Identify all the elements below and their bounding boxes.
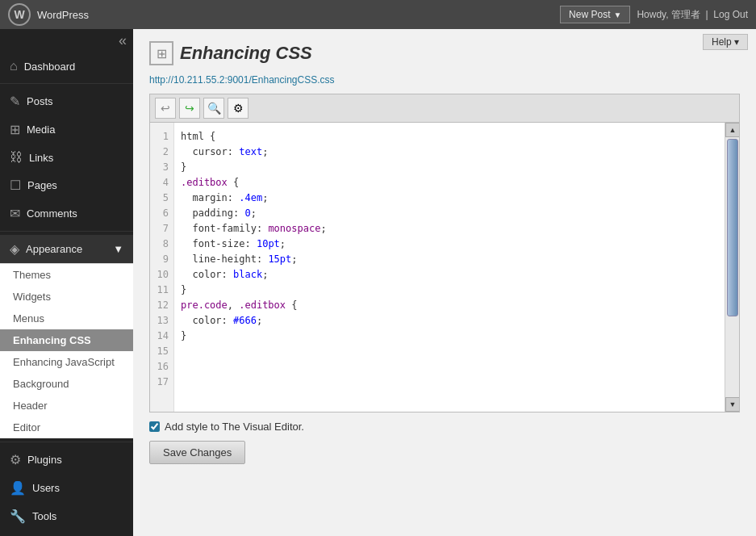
pages-icon: ☐ <box>10 178 21 193</box>
code-line: } <box>181 283 718 298</box>
sidebar-item-settings[interactable]: ⚙ Settings <box>0 530 133 536</box>
sidebar-item-label: Comments <box>27 207 77 220</box>
page-body: ⊞ Enhancing CSS http://10.211.55.2:9001/… <box>133 29 756 472</box>
code-line: } <box>181 329 718 344</box>
search-button[interactable]: 🔍 <box>203 98 224 119</box>
sidebar-item-label: Media <box>27 124 55 136</box>
page-icon: ⊞ <box>149 41 173 65</box>
code-editor[interactable]: 1234 5678 9101112 13141516 17 html { cur… <box>149 122 740 412</box>
sidebar-item-posts[interactable]: ✎ Posts <box>0 87 133 115</box>
code-line: line-height: 15pt; <box>181 252 718 267</box>
add-style-label[interactable]: Add style to The Visual Editor. <box>165 421 304 433</box>
editor-toolbar: ↩ ↪ 🔍 ⚙ <box>149 94 740 122</box>
sidebar-item-dashboard[interactable]: ⌂ Dashboard <box>0 52 133 80</box>
dashboard-icon: ⌂ <box>10 59 18 73</box>
appearance-dropdown-icon: ▼ <box>113 243 123 255</box>
new-post-label: New Post <box>569 9 610 20</box>
save-changes-button[interactable]: Save Changes <box>149 441 245 464</box>
logout-link[interactable]: Log Out <box>713 9 748 20</box>
comments-icon: ✉ <box>10 206 20 221</box>
links-icon: ⛓ <box>10 150 23 165</box>
help-button[interactable]: Help ▾ <box>703 34 748 50</box>
sidebar-item-tools[interactable]: 🔧 Tools <box>0 502 133 530</box>
code-line: cursor: text; <box>181 144 718 160</box>
main-wrap: « ⌂ Dashboard ✎ Posts ⊞ Media ⛓ Links ☐ … <box>0 29 756 536</box>
admin-bar: W WordPress New Post ▼ Howdy, 管理者 | Log … <box>0 0 756 29</box>
code-line: } <box>181 160 718 175</box>
code-line: html { <box>181 129 718 144</box>
plugins-icon: ⚙ <box>10 452 21 467</box>
menu-separator-2 <box>0 231 133 232</box>
sidebar-item-label: Dashboard <box>24 61 76 73</box>
scrollbar-up-button[interactable]: ▲ <box>725 123 739 137</box>
sidebar-item-themes[interactable]: Themes <box>0 264 133 286</box>
appearance-icon: ◈ <box>10 241 19 257</box>
appearance-label: Appearance <box>26 243 82 255</box>
undo-icon: ↩ <box>161 102 170 115</box>
sidebar-item-widgets[interactable]: Widgets <box>0 286 133 308</box>
users-icon: 👤 <box>10 480 26 496</box>
new-post-button[interactable]: New Post ▼ <box>560 6 630 23</box>
code-editor-inner: 1234 5678 9101112 13141516 17 html { cur… <box>150 123 739 412</box>
sidebar-item-label: Plugins <box>27 454 62 466</box>
wp-logo: W <box>8 3 31 26</box>
page-url[interactable]: http://10.211.55.2:9001/EnhancingCSS.css <box>149 74 740 86</box>
sidebar-item-media[interactable]: ⊞ Media <box>0 115 133 144</box>
sidebar-item-links[interactable]: ⛓ Links <box>0 144 133 171</box>
media-icon: ⊞ <box>10 122 20 137</box>
main-content: Help ▾ ⊞ Enhancing CSS http://10.211.55.… <box>133 29 756 536</box>
sidebar-item-plugins[interactable]: ⚙ Plugins <box>0 446 133 474</box>
code-line: .editbox { <box>181 175 718 191</box>
scrollbar-down-button[interactable]: ▼ <box>725 397 739 412</box>
posts-icon: ✎ <box>10 94 20 109</box>
page-header: ⊞ Enhancing CSS <box>149 37 740 69</box>
sidebar-item-header[interactable]: Header <box>0 395 133 417</box>
options-icon: ⚙ <box>233 102 244 115</box>
wp-logo-text: W <box>14 8 24 21</box>
appearance-submenu: Themes Widgets Menus Enhancing CSS Enhan… <box>0 263 133 438</box>
sidebar-item-users[interactable]: 👤 Users <box>0 474 133 502</box>
page-title: Enhancing CSS <box>180 43 312 64</box>
line-numbers: 1234 5678 9101112 13141516 17 <box>150 123 174 412</box>
scrollbar-thumb[interactable] <box>727 139 738 316</box>
checkbox-area: Add style to The Visual Editor. <box>149 421 740 433</box>
code-line: font-family: monospace; <box>181 221 718 237</box>
code-line: pre.code, .editbox { <box>181 298 718 313</box>
redo-button[interactable]: ↪ <box>179 98 200 119</box>
add-style-checkbox[interactable] <box>149 421 160 432</box>
sidebar-item-label: Tools <box>32 510 56 522</box>
sidebar-item-label: Links <box>29 152 53 164</box>
menu-separator-3 <box>0 442 133 442</box>
sidebar-item-editor[interactable]: Editor <box>0 417 133 438</box>
sidebar-item-background[interactable]: Background <box>0 373 133 395</box>
sidebar-item-label: Pages <box>27 179 57 191</box>
sidebar: « ⌂ Dashboard ✎ Posts ⊞ Media ⛓ Links ☐ … <box>0 29 133 536</box>
appearance-menu-item[interactable]: ◈ Appearance ▼ <box>0 235 133 263</box>
logo-area: W WordPress <box>8 3 89 26</box>
code-line: margin: .4em; <box>181 191 718 206</box>
options-button[interactable]: ⚙ <box>228 98 249 119</box>
menu-separator-1 <box>0 83 133 84</box>
sidebar-item-menus[interactable]: Menus <box>0 308 133 329</box>
sidebar-item-enhancing-css[interactable]: Enhancing CSS <box>0 329 133 351</box>
sidebar-item-label: Posts <box>27 95 53 107</box>
collapse-button[interactable]: « <box>0 29 133 52</box>
code-line: font-size: 10pt; <box>181 237 718 252</box>
scrollbar[interactable]: ▲ ▼ <box>725 123 739 412</box>
sidebar-item-enhancing-js[interactable]: Enhancing JavaScript <box>0 351 133 373</box>
site-name: WordPress <box>37 9 89 21</box>
code-line: color: black; <box>181 267 718 283</box>
code-line: padding: 0; <box>181 206 718 221</box>
undo-button[interactable]: ↩ <box>155 98 176 119</box>
adminbar-right: New Post ▼ Howdy, 管理者 | Log Out <box>560 6 748 23</box>
sidebar-item-pages[interactable]: ☐ Pages <box>0 171 133 199</box>
code-content[interactable]: html { cursor: text; } .editbox { margin… <box>174 123 725 412</box>
code-line: color: #666; <box>181 313 718 329</box>
sidebar-item-comments[interactable]: ✉ Comments <box>0 199 133 228</box>
redo-icon: ↪ <box>185 102 194 115</box>
search-icon: 🔍 <box>207 102 221 115</box>
howdy-text: Howdy, 管理者 | Log Out <box>637 8 748 22</box>
new-post-arrow: ▼ <box>613 10 621 19</box>
tools-icon: 🔧 <box>10 509 26 524</box>
sidebar-item-label: Users <box>32 482 60 494</box>
